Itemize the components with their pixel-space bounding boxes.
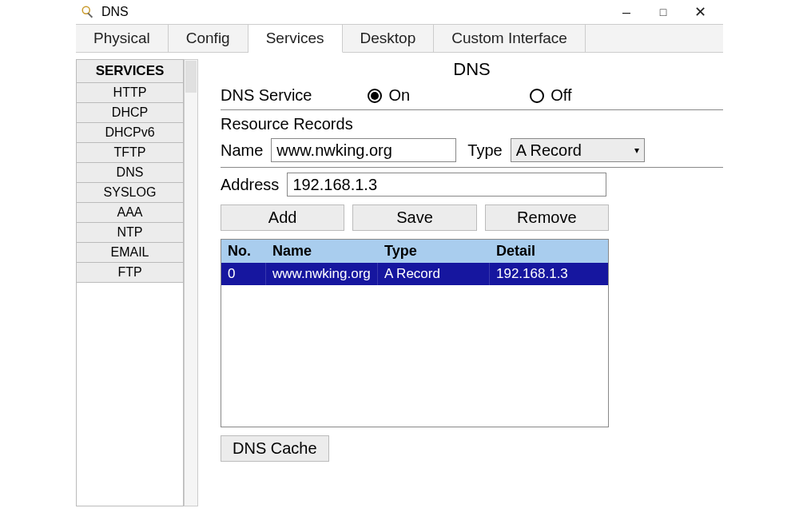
add-button[interactable]: Add — [221, 204, 344, 231]
tab-config[interactable]: Config — [169, 25, 248, 52]
sidebar-item-tftp[interactable]: TFTP — [77, 143, 183, 163]
cell-no: 0 — [221, 263, 266, 285]
radio-off-dot — [530, 89, 544, 103]
name-input[interactable] — [271, 138, 456, 162]
scrollbar-thumb[interactable] — [185, 61, 197, 93]
sidebar-item-dhcpv6[interactable]: DHCPv6 — [77, 123, 183, 143]
services-header: SERVICES — [77, 60, 183, 83]
sidebar-scrollbar[interactable] — [184, 59, 198, 506]
radio-off[interactable]: Off — [530, 86, 571, 105]
records-table: No. Name Type Detail 0 www.nwking.org A … — [221, 239, 609, 427]
tab-physical[interactable]: Physical — [76, 25, 169, 52]
col-header-name[interactable]: Name — [266, 240, 378, 263]
table-header: No. Name Type Detail — [221, 240, 608, 263]
address-input[interactable] — [287, 173, 606, 197]
type-label: Type — [467, 141, 502, 160]
remove-button[interactable]: Remove — [485, 204, 609, 231]
radio-on-dot — [368, 89, 382, 103]
type-select[interactable]: A Record ▾ — [511, 138, 645, 162]
sidebar-item-dns[interactable]: DNS — [77, 163, 183, 183]
minimize-button[interactable]: – — [608, 0, 645, 24]
dns-service-label: DNS Service — [221, 86, 312, 105]
col-header-type[interactable]: Type — [378, 240, 490, 263]
maximize-button[interactable]: □ — [645, 0, 682, 24]
dns-cache-button[interactable]: DNS Cache — [221, 435, 329, 462]
app-icon — [81, 5, 95, 19]
services-list: SERVICES HTTP DHCP DHCPv6 TFTP DNS SYSLO… — [76, 59, 184, 506]
save-button[interactable]: Save — [352, 204, 476, 231]
tab-custom-interface[interactable]: Custom Interface — [434, 25, 586, 52]
resource-records-label: Resource Records — [221, 115, 723, 133]
chevron-down-icon: ▾ — [634, 145, 639, 156]
cell-name: www.nwking.org — [266, 263, 378, 285]
cell-type: A Record — [378, 263, 490, 285]
type-select-value: A Record — [516, 141, 582, 160]
address-label: Address — [221, 176, 279, 194]
close-button[interactable]: ✕ — [682, 0, 718, 24]
sidebar-item-syslog[interactable]: SYSLOG — [77, 183, 183, 203]
radio-on[interactable]: On — [368, 86, 410, 105]
table-row[interactable]: 0 www.nwking.org A Record 192.168.1.3 — [221, 263, 608, 285]
svg-point-0 — [82, 6, 89, 14]
window-title: DNS — [101, 5, 129, 19]
sidebar-item-aaa[interactable]: AAA — [77, 203, 183, 223]
tab-services[interactable]: Services — [248, 25, 343, 53]
sidebar-item-http[interactable]: HTTP — [77, 83, 183, 103]
name-label: Name — [221, 141, 263, 160]
sidebar-item-email[interactable]: EMAIL — [77, 243, 183, 263]
radio-off-label: Off — [551, 86, 571, 105]
sidebar-item-dhcp[interactable]: DHCP — [77, 103, 183, 123]
tab-bar: Physical Config Services Desktop Custom … — [76, 24, 723, 53]
titlebar: DNS – □ ✕ — [76, 0, 723, 24]
col-header-detail[interactable]: Detail — [490, 240, 608, 263]
radio-on-label: On — [388, 86, 410, 105]
cell-detail: 192.168.1.3 — [490, 263, 608, 285]
col-header-no[interactable]: No. — [221, 240, 266, 263]
svg-rect-1 — [87, 13, 93, 18]
sidebar-item-ntp[interactable]: NTP — [77, 223, 183, 243]
sidebar-item-ftp[interactable]: FTP — [77, 263, 183, 283]
tab-desktop[interactable]: Desktop — [343, 25, 435, 52]
panel-title: DNS — [221, 59, 723, 80]
